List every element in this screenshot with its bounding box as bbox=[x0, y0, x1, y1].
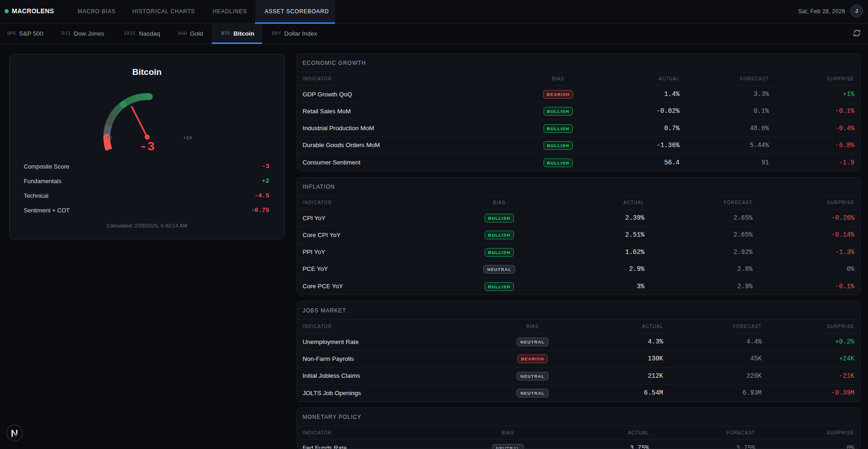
svg-text:-3: -3 bbox=[140, 140, 155, 154]
svg-text:+10: +10 bbox=[183, 135, 192, 141]
svg-text:-10: -10 bbox=[104, 135, 112, 141]
